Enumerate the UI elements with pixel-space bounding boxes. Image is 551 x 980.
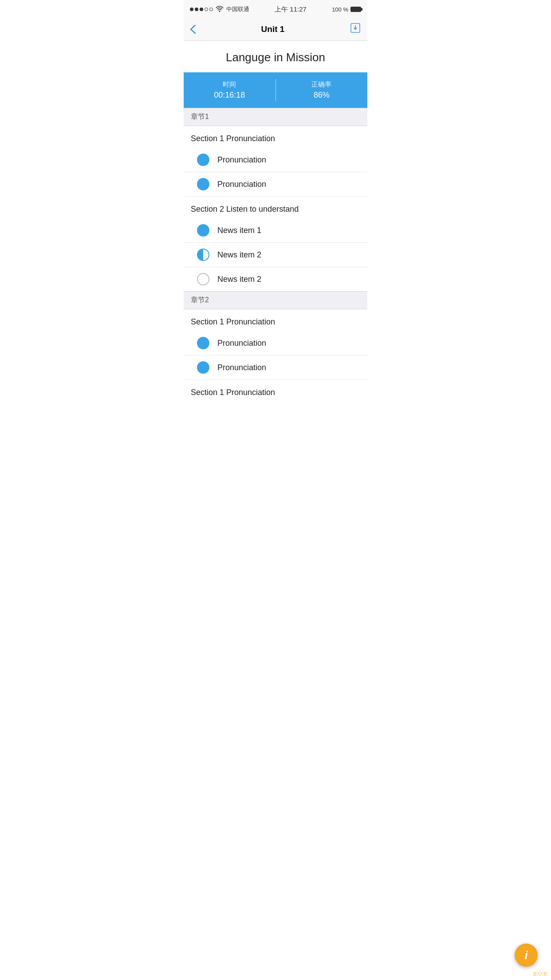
- back-button[interactable]: [190, 24, 196, 34]
- chapter2-content: Section 1 Pronunciation Pronunciation Pr…: [184, 309, 367, 402]
- chapter1-header: 章节1: [184, 108, 367, 126]
- list-item[interactable]: News item 2: [184, 267, 367, 291]
- chapter2-header: 章节2: [184, 291, 367, 309]
- status-right: 100 %: [332, 6, 361, 13]
- status-icon-full: [197, 178, 209, 190]
- chapter1-content: Section 1 Pronunciation Pronunciation Pr…: [184, 126, 367, 291]
- chapter2-section1-title: Section 1 Pronunciation: [184, 309, 367, 331]
- dot4: [205, 8, 208, 11]
- battery-percent: 100 %: [332, 6, 348, 13]
- status-icon-full: [197, 154, 209, 166]
- status-icon-full: [197, 224, 209, 237]
- chapter1-section2-title: Section 2 Listen to understand: [184, 197, 367, 218]
- status-left: 中国联通: [190, 5, 249, 13]
- nav-bar: Unit 1: [184, 18, 367, 41]
- accuracy-value: 86%: [314, 91, 330, 100]
- item-label: Pronunciation: [217, 339, 266, 348]
- item-label: News item 2: [217, 250, 261, 260]
- item-label: News item 2: [217, 275, 261, 284]
- stat-accuracy: 正确率 86%: [276, 80, 368, 100]
- accuracy-label: 正确率: [311, 80, 331, 89]
- chapter1-section1-title: Section 1 Pronunciation: [184, 126, 367, 148]
- status-time: 上午 11:27: [275, 5, 307, 14]
- bottom-section-title: Section 1 Pronunciation: [184, 380, 367, 402]
- battery-icon: [350, 7, 361, 12]
- battery-fill: [351, 7, 361, 12]
- time-label: 时间: [223, 80, 236, 89]
- status-bar: 中国联通 上午 11:27 100 %: [184, 0, 367, 18]
- list-item[interactable]: Pronunciation: [184, 331, 367, 356]
- item-label: Pronunciation: [217, 155, 266, 165]
- list-item[interactable]: News item 1: [184, 218, 367, 243]
- status-icon-half: [197, 249, 209, 261]
- download-button[interactable]: [350, 22, 361, 36]
- status-icon-full: [197, 361, 209, 374]
- item-label: News item 1: [217, 226, 261, 235]
- dot3: [200, 8, 203, 11]
- nav-title: Unit 1: [261, 24, 285, 34]
- status-icon-empty: [197, 273, 209, 285]
- list-item[interactable]: News item 2: [184, 243, 367, 267]
- carrier-label: 中国联通: [226, 5, 249, 13]
- dot2: [195, 8, 198, 11]
- list-item[interactable]: Pronunciation: [184, 148, 367, 172]
- time-value: 00:16:18: [214, 91, 245, 100]
- item-label: Pronunciation: [217, 180, 266, 189]
- dot1: [190, 8, 193, 11]
- list-item[interactable]: Pronunciation: [184, 356, 367, 380]
- stats-bar: 时间 00:16:18 正确率 86%: [184, 72, 367, 108]
- signal-dots: [190, 8, 213, 11]
- page-title: Languge in Mission: [184, 41, 367, 72]
- stat-time: 时间 00:16:18: [184, 80, 276, 100]
- status-icon-full: [197, 337, 209, 349]
- list-item[interactable]: Pronunciation: [184, 172, 367, 197]
- wifi-icon: [216, 6, 224, 13]
- dot5: [209, 8, 213, 11]
- item-label: Pronunciation: [217, 363, 266, 372]
